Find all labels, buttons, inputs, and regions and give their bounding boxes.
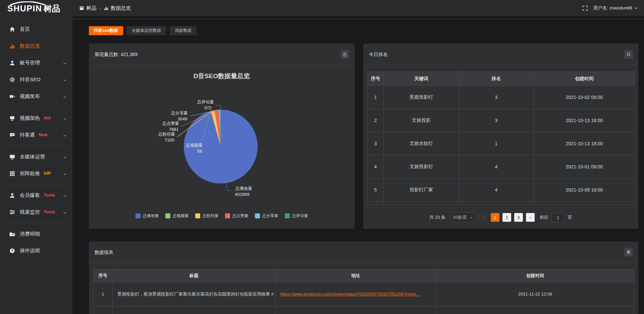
goto-page-input[interactable] bbox=[551, 213, 565, 222]
legend-item-总点赞量[interactable]: 总点赞量 bbox=[225, 213, 249, 219]
chat-icon bbox=[9, 132, 15, 138]
prev-page-button[interactable]: ‹ bbox=[479, 213, 488, 222]
table-cell: 文旅投影 bbox=[384, 109, 459, 132]
member-icon bbox=[9, 192, 15, 198]
pie-label-name: 总粉丝量 bbox=[158, 132, 175, 137]
sidebar-item-label: 首页 bbox=[20, 26, 30, 33]
sidebar-item-label: 视频加热 bbox=[20, 115, 40, 121]
legend-item-总评论量[interactable]: 总评论量 bbox=[285, 213, 308, 219]
legend-label: 总分享量 bbox=[262, 213, 278, 219]
breadcrumb-current[interactable]: 数据总览 bbox=[104, 5, 131, 11]
table-cell: 2021-10-09 18:00 bbox=[534, 178, 635, 202]
breadcrumb-home[interactable]: 树品 bbox=[79, 5, 96, 11]
table-cell bbox=[275, 306, 436, 314]
sidebar-badge: VIP bbox=[44, 171, 51, 176]
ranking-column-header: 创建时间 bbox=[534, 72, 635, 86]
sidebar-item-chart[interactable]: 数据总览 bbox=[0, 38, 72, 54]
sidebar-item-sliders[interactable]: 线索监控Tools bbox=[0, 204, 72, 220]
page-button-1[interactable]: 1 bbox=[491, 213, 499, 222]
sidebar-item-member[interactable]: 会员爆客Tools bbox=[0, 187, 72, 204]
pie-label-value: 7100 bbox=[165, 138, 174, 143]
sidebar-item-home[interactable]: 首页 bbox=[0, 21, 72, 38]
ranking-column-header: 关键词 bbox=[384, 72, 459, 86]
sidebar-item-gear[interactable]: 抖音SEO bbox=[0, 71, 72, 88]
table-cell: 4 bbox=[368, 155, 384, 178]
legend-item-总粉丝量[interactable]: 总粉丝量 bbox=[195, 213, 219, 219]
report-table-button[interactable]: 表 bbox=[624, 248, 633, 257]
table-cell bbox=[459, 202, 534, 205]
user-menu[interactable]: 用户名: zswodun88 bbox=[593, 5, 638, 11]
sidebar-item-user[interactable]: 账号管理 bbox=[0, 54, 72, 71]
folder-icon bbox=[9, 231, 15, 237]
sidebar-item-video[interactable]: 视频发布 bbox=[0, 88, 72, 105]
overview-panel: 展现量总数: 421,369 总 D音SEO数据量总览 总播放量402909总视… bbox=[89, 44, 355, 229]
table-cell: 3 bbox=[368, 132, 384, 155]
sidebar-badge: Tools bbox=[44, 193, 55, 198]
sidebar-item-chat[interactable]: 抖客通New bbox=[0, 126, 72, 143]
tab-inquiry[interactable]: 询盘数据 bbox=[170, 26, 197, 35]
legend-label: 总粉丝量 bbox=[203, 213, 219, 219]
sidebar-badge: Tools bbox=[44, 210, 55, 214]
breadcrumb: 树品 › 数据总览 bbox=[79, 0, 131, 16]
report-link[interactable]: https://www.iesdouyin.com/share/video/70… bbox=[280, 292, 420, 297]
goto-label: 前往 bbox=[540, 214, 548, 220]
pie-label-name: 总视频量 bbox=[185, 143, 203, 148]
chart-legend: 总播放量总视频量总粉丝量总点赞量总分享量总评论量 bbox=[89, 213, 355, 219]
sidebar: 首页数据总览账号管理抖音SEO视频发布视频加热Hot抖客通New全媒体运营矩阵助… bbox=[0, 16, 72, 314]
panel-divider bbox=[363, 65, 638, 65]
home-icon bbox=[9, 26, 15, 32]
page-button-3[interactable]: 3 bbox=[514, 213, 523, 222]
next-page-button[interactable]: › bbox=[526, 213, 535, 222]
table-cell: 2021-10-02 09:00 bbox=[534, 86, 635, 109]
tab-douyin-seo[interactable]: 抖音seo数据 bbox=[89, 26, 123, 35]
report-table: 序号标题地址创建时间 1景观投影灯，夜游景观投影灯厂家展示展示落花灯在花园里的灯… bbox=[93, 269, 634, 314]
ranking-table: 序号关键词排名创建时间 1景观投影灯32021-10-02 09:002文旅投影… bbox=[367, 71, 635, 205]
username-label: 用户名: zswodun88 bbox=[593, 5, 632, 11]
table-cell bbox=[93, 306, 113, 314]
table-cell: 4 bbox=[459, 178, 534, 202]
sidebar-item-folder[interactable]: 消费明细 bbox=[0, 225, 72, 242]
page-buttons: 123 bbox=[491, 213, 523, 222]
logo-arc-icon bbox=[8, 1, 47, 5]
legend-label: 总点赞量 bbox=[232, 213, 249, 219]
table-row: 5投影灯厂家42021-10-09 18:00 bbox=[368, 178, 635, 202]
legend-item-总视频量[interactable]: 总视频量 bbox=[165, 213, 189, 219]
ranking-title: 今日排名 bbox=[369, 52, 388, 58]
square-icon bbox=[79, 6, 84, 11]
ranking-day-button[interactable]: 日 bbox=[624, 50, 633, 59]
legend-label: 总播放量 bbox=[143, 213, 159, 219]
pagination: 共 23 条 10条/页 ‹ 123 › 前往 页 bbox=[363, 212, 638, 222]
label-line bbox=[216, 105, 221, 110]
sidebar-item-monitor[interactable]: 全媒体运营 bbox=[0, 148, 72, 165]
table-cell: 投影灯厂家 bbox=[384, 178, 459, 202]
table-cell bbox=[384, 202, 459, 205]
sidebar-item-label: 线索监控 bbox=[20, 209, 40, 215]
app-logo[interactable]: SHUPIN 树品 bbox=[7, 3, 60, 14]
report-column-header: 标题 bbox=[113, 269, 275, 282]
legend-item-总播放量[interactable]: 总播放量 bbox=[136, 213, 159, 219]
user-icon bbox=[9, 60, 15, 66]
sidebar-item-label: 会员爆客 bbox=[20, 192, 40, 199]
page-size-select[interactable]: 10条/页 bbox=[450, 212, 476, 222]
page-size-value: 10条/页 bbox=[453, 215, 467, 220]
pie-label-name: 总评论量 bbox=[197, 100, 214, 104]
sidebar-item-screen[interactable]: 视频加热Hot bbox=[0, 110, 72, 126]
sidebar-item-help[interactable]: ?操作说明 bbox=[0, 242, 72, 259]
chevron-down-icon bbox=[469, 216, 473, 219]
report-cell-time: 2021-11-22 12:08 bbox=[436, 282, 634, 306]
table-row-clipped bbox=[93, 306, 634, 314]
page-button-2[interactable]: 2 bbox=[502, 213, 511, 222]
topbar: SHUPIN 树品 树品 › 数据总览 用户名: zswodun88 bbox=[0, 0, 644, 16]
tab-media-operation[interactable]: 全媒体运营数据 bbox=[127, 26, 166, 35]
sidebar-item-grid[interactable]: 矩阵助推VIP bbox=[0, 165, 72, 182]
help-icon: ? bbox=[9, 248, 15, 254]
table-cell: 1 bbox=[459, 132, 534, 155]
report-column-header: 序号 bbox=[93, 269, 113, 282]
report-panel: 数据报表 表 序号标题地址创建时间 1景观投影灯，夜游景观投影灯厂家展示展示落花… bbox=[89, 242, 638, 314]
legend-item-总分享量[interactable]: 总分享量 bbox=[255, 213, 278, 219]
report-cell-no: 1 bbox=[93, 282, 113, 306]
sidebar-divider bbox=[5, 223, 67, 223]
sidebar-divider bbox=[5, 146, 67, 146]
table-row: 1景观投影灯32021-10-02 09:00 bbox=[368, 86, 635, 109]
fullscreen-icon[interactable] bbox=[582, 5, 588, 11]
